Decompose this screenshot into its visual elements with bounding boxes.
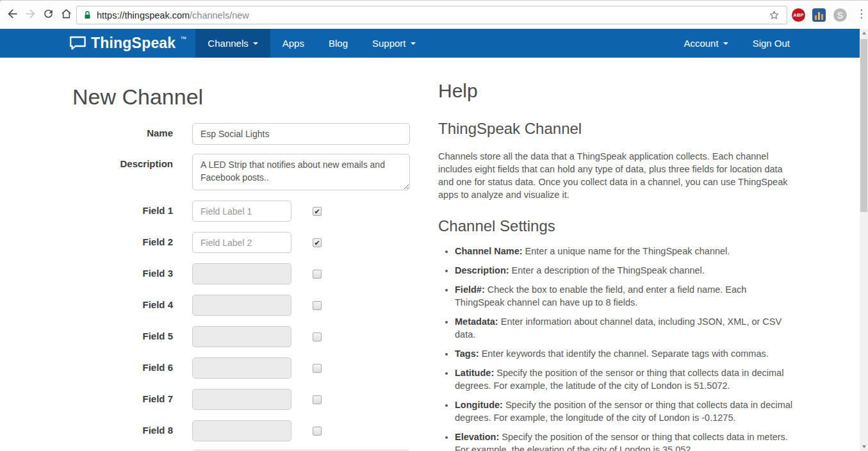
speech-bubble-icon: [69, 35, 86, 51]
back-icon: [6, 7, 19, 22]
nav-account-label: Account: [684, 38, 718, 49]
nav-apps[interactable]: Apps: [270, 29, 316, 58]
help-panel: Help ThingSpeak Channel Channels store a…: [438, 58, 796, 451]
back-button[interactable]: [4, 6, 20, 23]
help-bullet-text: Check the box to enable the field, and e…: [455, 284, 746, 308]
help-bullet: Tags: Enter keywords that identify the c…: [455, 347, 796, 360]
chevron-down-icon: [723, 42, 728, 47]
forward-button[interactable]: [22, 6, 38, 23]
field-3-input[interactable]: [192, 263, 291, 284]
field-2-checkbox[interactable]: ✔: [313, 238, 322, 247]
nav-account[interactable]: Account: [671, 29, 740, 58]
help-bullet: Channel Name: Enter a unique name for th…: [455, 245, 796, 258]
field-5-input[interactable]: [192, 326, 291, 347]
scrollbar-thumb[interactable]: [860, 39, 867, 212]
help-bullet-text: Enter a unique name for the ThingSpeak c…: [523, 246, 730, 256]
help-bullet-text: Enter keywords that identify the channel…: [479, 348, 769, 359]
help-section-channel-title: ThingSpeak Channel: [438, 119, 796, 138]
field-6-label: Field 6: [72, 357, 192, 373]
help-bullet-term: Description:: [455, 265, 509, 275]
field-rows: Field 1 ✔ Field 2 ✔ Field 3 Field 4 Fiel…: [72, 201, 418, 441]
field-1-checkbox[interactable]: ✔: [313, 207, 322, 216]
chevron-down-icon: [253, 42, 258, 47]
browser-menu-icon[interactable]: ⋮: [856, 7, 865, 20]
help-bullet-text: Enter a description of the ThingSpeak ch…: [509, 265, 705, 275]
help-bullet-term: Latitude:: [455, 368, 494, 378]
field-4-input[interactable]: [192, 295, 291, 316]
page-title: New Channel: [72, 82, 418, 111]
nav-sign-out[interactable]: Sign Out: [741, 29, 802, 58]
field-row: Field 8: [72, 420, 418, 441]
bookmark-star-icon[interactable]: [768, 9, 780, 21]
help-bullet-term: Field#:: [455, 284, 485, 295]
field-row: Field 2 ✔: [72, 232, 418, 253]
site-navbar: ThingSpeak™ Channels Apps Blog Support A…: [0, 29, 868, 58]
field-1-input[interactable]: [192, 201, 291, 222]
nav-apps-label: Apps: [283, 38, 304, 49]
field-3-checkbox[interactable]: [313, 270, 322, 279]
field-4-label: Field 4: [72, 295, 192, 310]
skype-extension-icon[interactable]: S: [833, 8, 847, 22]
help-bullet: Elevation: Specify the position of the s…: [455, 430, 796, 451]
field-row: Field 7: [72, 389, 418, 410]
nav-channels-label: Channels: [208, 38, 248, 49]
home-button[interactable]: [58, 6, 74, 23]
field-8-input[interactable]: [192, 420, 291, 441]
field-row: Field 6: [72, 357, 418, 379]
help-bullet: Latitude: Specify the position of the se…: [455, 366, 796, 392]
nav-support[interactable]: Support: [360, 29, 428, 58]
new-channel-form: New Channel Name Description Field 1 ✔ F…: [72, 58, 418, 451]
nav-blog[interactable]: Blog: [316, 29, 360, 58]
brand-name: ThingSpeak: [91, 35, 176, 52]
help-bullet-term: Metadata:: [455, 316, 498, 327]
help-channel-paragraph: Channels store all the data that a Thing…: [438, 150, 796, 201]
description-input[interactable]: [192, 154, 410, 190]
help-title: Help: [438, 79, 796, 102]
refresh-icon: [42, 8, 54, 22]
thingspeak-logo[interactable]: ThingSpeak™: [69, 29, 186, 58]
field-7-input[interactable]: [192, 389, 291, 410]
brand-tm: ™: [180, 35, 186, 42]
field-5-checkbox[interactable]: [313, 332, 322, 341]
url-text: https://thingspeak.com/channels/new: [97, 10, 249, 20]
field-8-label: Field 8: [72, 420, 192, 436]
page-scrollbar[interactable]: [860, 29, 868, 451]
forward-icon: [24, 7, 37, 22]
field-2-input[interactable]: [192, 232, 291, 253]
field-7-checkbox[interactable]: [313, 395, 322, 404]
field-3-label: Field 3: [72, 263, 192, 279]
help-bullet: Description: Enter a description of the …: [455, 264, 796, 277]
browser-window: https://thingspeak.com/channels/new ABP …: [0, 0, 868, 451]
skype-label: S: [837, 10, 843, 20]
field-5-label: Field 5: [72, 326, 192, 341]
help-section-settings-title: Channel Settings: [438, 217, 796, 236]
field-7-label: Field 7: [72, 389, 192, 404]
chart-extension-icon[interactable]: [812, 8, 826, 22]
help-bullet-text: Specify the position of the sensor or th…: [455, 400, 792, 423]
browser-toolbar: https://thingspeak.com/channels/new ABP …: [0, 0, 868, 29]
field-row: Field 4: [72, 295, 418, 316]
field-8-checkbox[interactable]: [313, 427, 322, 436]
abp-label: ABP: [793, 12, 803, 18]
scroll-up-arrow[interactable]: [860, 29, 868, 38]
field-6-checkbox[interactable]: [313, 364, 322, 373]
scroll-down-arrow[interactable]: [860, 442, 868, 451]
field-4-checkbox[interactable]: [313, 301, 322, 310]
field-6-input[interactable]: [192, 357, 291, 379]
field-row: Field 5: [72, 326, 418, 347]
help-bullet-term: Tags:: [455, 348, 479, 359]
field-2-label: Field 2: [72, 232, 192, 247]
nav-channels[interactable]: Channels: [195, 29, 270, 58]
name-input[interactable]: [192, 123, 410, 145]
secure-lock-icon[interactable]: [83, 10, 92, 20]
nav-sign-out-label: Sign Out: [753, 38, 790, 49]
refresh-button[interactable]: [40, 6, 56, 23]
url-host: https://thingspeak.com: [97, 10, 190, 20]
adblock-extension-icon[interactable]: ABP: [792, 8, 805, 22]
help-bullet: Metadata: Enter information about channe…: [455, 315, 796, 341]
description-label: Description: [72, 154, 192, 169]
help-bullet: Longitude: Specify the position of the s…: [455, 398, 796, 424]
address-bar[interactable]: https://thingspeak.com/channels/new: [76, 6, 787, 24]
help-bullet-term: Longitude:: [455, 400, 503, 410]
home-icon: [60, 7, 73, 22]
